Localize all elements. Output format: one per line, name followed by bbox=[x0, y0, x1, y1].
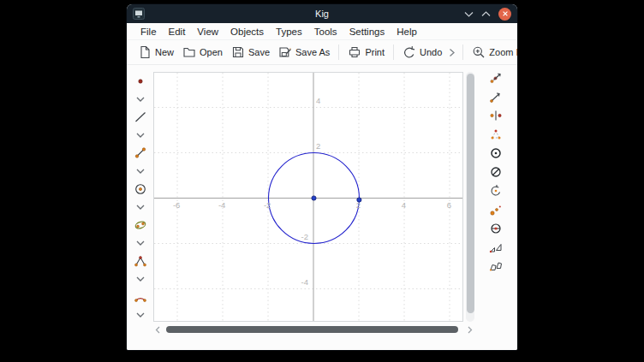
menu-objects[interactable]: Objects bbox=[224, 26, 270, 38]
app-icon bbox=[133, 8, 145, 20]
zoom-in-label: Zoom In bbox=[489, 47, 517, 57]
circle-icon bbox=[134, 182, 147, 196]
scroll-left-arrow-icon[interactable] bbox=[153, 326, 162, 334]
circle-center-point[interactable] bbox=[312, 196, 316, 200]
conic-tool-dropdown[interactable] bbox=[131, 234, 150, 252]
point-icon bbox=[134, 74, 147, 88]
scroll-right-arrow-icon[interactable] bbox=[466, 326, 474, 334]
toolbar-separator bbox=[393, 45, 394, 60]
hide-object-icon bbox=[489, 165, 503, 179]
menu-tools[interactable]: Tools bbox=[308, 26, 343, 38]
segment-tool-button[interactable] bbox=[131, 144, 150, 162]
new-label: New bbox=[155, 47, 174, 57]
chevron-down-icon bbox=[134, 308, 147, 322]
menu-types[interactable]: Types bbox=[270, 26, 308, 38]
line-icon bbox=[134, 110, 147, 124]
chevron-down-icon bbox=[134, 236, 147, 250]
rotation-tool-button[interactable] bbox=[487, 184, 504, 198]
similarity-icon bbox=[489, 240, 503, 254]
chevron-down-icon bbox=[134, 272, 147, 286]
angle-tool-dropdown[interactable] bbox=[131, 270, 150, 288]
triangle-dots-icon bbox=[489, 128, 503, 141]
save-as-label: Save As bbox=[295, 47, 330, 57]
point-tool-button[interactable] bbox=[131, 72, 150, 90]
inversion-icon bbox=[489, 146, 503, 160]
similarity-tool-button[interactable] bbox=[487, 240, 504, 254]
triangle-dots-tool-button[interactable] bbox=[487, 128, 504, 141]
shade-chevron-down-icon[interactable] bbox=[464, 10, 474, 18]
menu-view[interactable]: View bbox=[191, 26, 224, 38]
close-button[interactable] bbox=[498, 8, 511, 21]
vector-tool-button[interactable] bbox=[487, 90, 504, 104]
print-button[interactable]: Print bbox=[343, 43, 389, 62]
geometry-canvas[interactable]: -6 -4 -2 2 4 6 4 2 -2 -4 bbox=[153, 72, 463, 322]
arc-tool-dropdown[interactable] bbox=[131, 306, 150, 323]
undo-icon bbox=[402, 45, 416, 59]
circle-tool-button[interactable] bbox=[131, 180, 150, 198]
objects-toolbar-left bbox=[127, 65, 153, 350]
save-icon bbox=[231, 45, 245, 59]
polygon-transform-icon bbox=[489, 259, 503, 273]
transformations-toolbar-right bbox=[474, 65, 517, 350]
save-as-button[interactable]: Save As bbox=[274, 43, 334, 62]
point-reflection-icon bbox=[489, 109, 503, 122]
kig-window: Kig File Edit View Objects Types Tools S… bbox=[127, 4, 517, 350]
axes bbox=[154, 73, 462, 321]
menu-settings[interactable]: Settings bbox=[343, 26, 391, 38]
canvas-drawing[interactable] bbox=[154, 73, 462, 321]
menu-edit[interactable]: Edit bbox=[163, 26, 192, 38]
open-button[interactable]: Open bbox=[178, 43, 227, 62]
new-document-icon bbox=[138, 45, 152, 59]
menu-file[interactable]: File bbox=[134, 26, 163, 38]
window-title: Kig bbox=[127, 9, 517, 19]
test-tool-button[interactable] bbox=[487, 222, 504, 235]
angle-tool-button[interactable] bbox=[131, 252, 150, 270]
toolbar-separator bbox=[462, 45, 463, 60]
point-reflection-tool-button[interactable] bbox=[487, 109, 504, 122]
vertical-scrollbar[interactable] bbox=[466, 72, 474, 322]
undo-history-chevron-icon[interactable] bbox=[449, 47, 456, 58]
open-folder-icon bbox=[182, 45, 196, 59]
angle-icon bbox=[134, 254, 147, 268]
test-icon bbox=[489, 222, 503, 235]
arc-icon bbox=[134, 290, 147, 304]
conic-icon bbox=[134, 218, 147, 232]
grid-lines bbox=[154, 73, 462, 321]
inversion-tool-button[interactable] bbox=[487, 146, 504, 160]
segment-tool-dropdown[interactable] bbox=[131, 162, 150, 180]
arc-tool-button[interactable] bbox=[131, 288, 150, 306]
new-button[interactable]: New bbox=[134, 43, 178, 62]
window-body: -6 -4 -2 2 4 6 4 2 -2 -4 bbox=[127, 65, 517, 350]
save-label: Save bbox=[248, 47, 270, 57]
circle-edge-point[interactable] bbox=[357, 198, 361, 202]
translate-tool-button[interactable] bbox=[487, 71, 504, 85]
save-button[interactable]: Save bbox=[227, 43, 274, 62]
point-tool-dropdown[interactable] bbox=[131, 90, 150, 108]
translate-icon bbox=[489, 71, 503, 85]
chevron-down-icon bbox=[134, 128, 147, 142]
chevron-down-icon bbox=[134, 200, 147, 214]
main-toolbar: New Open Save Save As bbox=[127, 39, 517, 65]
menu-help[interactable]: Help bbox=[391, 26, 423, 38]
polygon-transform-tool-button[interactable] bbox=[487, 259, 504, 273]
line-tool-button[interactable] bbox=[131, 108, 150, 126]
canvas-area: -6 -4 -2 2 4 6 4 2 -2 -4 bbox=[153, 65, 474, 350]
line-tool-dropdown[interactable] bbox=[131, 126, 150, 144]
horizontal-scrollbar-thumb[interactable] bbox=[166, 326, 458, 333]
hide-object-tool-button[interactable] bbox=[487, 165, 504, 179]
maximize-chevron-up-icon[interactable] bbox=[481, 10, 491, 18]
conic-tool-button[interactable] bbox=[131, 216, 150, 234]
zoom-in-button[interactable]: Zoom In bbox=[468, 43, 517, 62]
horizontal-scrollbar[interactable] bbox=[153, 324, 474, 335]
titlebar[interactable]: Kig bbox=[127, 4, 517, 23]
vertical-scrollbar-thumb[interactable] bbox=[467, 74, 474, 313]
vector-icon bbox=[489, 90, 503, 104]
toolbar-separator bbox=[338, 45, 339, 60]
close-icon bbox=[499, 8, 511, 20]
scaling-tool-button[interactable] bbox=[487, 203, 504, 217]
undo-button[interactable]: Undo bbox=[398, 43, 446, 62]
print-icon bbox=[348, 45, 361, 59]
open-label: Open bbox=[200, 47, 223, 57]
circle-tool-dropdown[interactable] bbox=[131, 198, 150, 216]
chevron-down-icon bbox=[134, 164, 147, 178]
